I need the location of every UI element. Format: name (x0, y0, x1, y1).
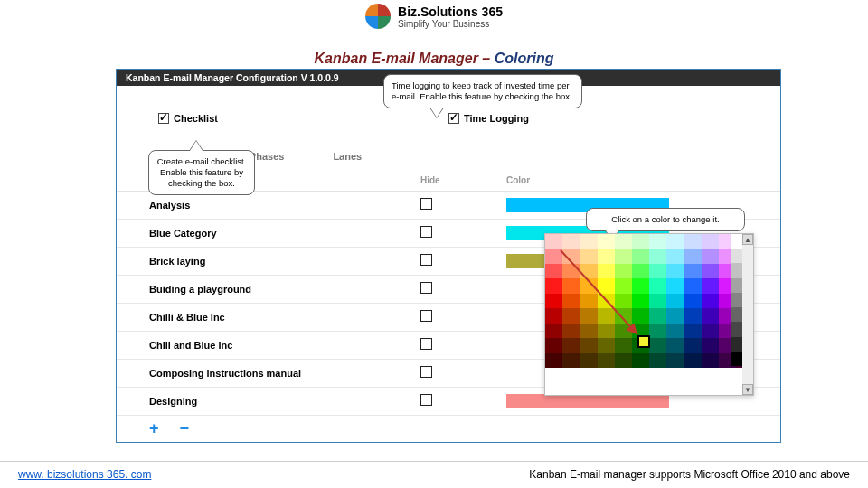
palette-cell[interactable] (649, 353, 666, 368)
palette-cell[interactable] (684, 294, 701, 308)
palette-cell[interactable] (562, 353, 580, 368)
palette-cell[interactable] (632, 234, 649, 249)
grey-cell[interactable] (731, 293, 742, 307)
palette-cell[interactable] (632, 308, 649, 323)
checkbox-icon[interactable] (158, 113, 169, 124)
palette-cell[interactable] (562, 294, 580, 308)
palette-cell[interactable] (615, 234, 632, 249)
palette-cell[interactable] (666, 308, 684, 323)
palette-cell[interactable] (702, 353, 719, 368)
palette-cell[interactable] (562, 234, 580, 249)
row-hide[interactable] (420, 337, 506, 353)
palette-cell[interactable] (649, 338, 666, 352)
palette-cell[interactable] (702, 234, 719, 249)
palette-cell[interactable] (666, 353, 684, 368)
palette-cell[interactable] (545, 294, 562, 308)
palette-cell[interactable] (545, 338, 562, 352)
palette-cell[interactable] (615, 278, 632, 293)
palette-cell[interactable] (632, 294, 649, 308)
palette-cell[interactable] (580, 324, 597, 338)
palette-cell[interactable] (598, 338, 615, 352)
palette-cell[interactable] (545, 308, 562, 323)
palette-cell[interactable] (615, 353, 632, 368)
palette-cell[interactable] (684, 338, 701, 352)
palette-cell[interactable] (702, 264, 719, 278)
grey-cell[interactable] (731, 322, 742, 336)
palette-cell[interactable] (702, 249, 719, 263)
palette-cell[interactable] (545, 353, 562, 368)
palette-cell[interactable] (615, 338, 632, 352)
palette-cell[interactable] (632, 278, 649, 293)
palette-cell[interactable] (580, 264, 597, 278)
checklist-toggle[interactable]: Checklist (158, 113, 448, 124)
palette-cell[interactable] (649, 324, 666, 338)
palette-cell[interactable] (580, 308, 597, 323)
palette-cell[interactable] (666, 234, 684, 249)
palette-cell[interactable] (562, 249, 580, 263)
palette-cell[interactable] (615, 324, 632, 338)
palette-cell[interactable] (684, 234, 701, 249)
palette-cell[interactable] (702, 338, 719, 352)
palette-cell[interactable] (702, 324, 719, 338)
palette-cell[interactable] (632, 249, 649, 263)
palette-cell[interactable] (666, 294, 684, 308)
palette-cell[interactable] (684, 353, 701, 368)
palette-cell[interactable] (580, 294, 597, 308)
palette-cell[interactable] (545, 264, 562, 278)
palette-cell[interactable] (649, 308, 666, 323)
row-hide[interactable] (420, 365, 506, 381)
palette-cell[interactable] (580, 353, 597, 368)
row-hide[interactable] (420, 197, 506, 213)
palette-cell[interactable] (562, 278, 580, 293)
palette-cell[interactable] (545, 249, 562, 263)
tab-lanes[interactable]: Lanes (333, 151, 362, 168)
palette-cell[interactable] (684, 308, 701, 323)
grey-cell[interactable] (731, 337, 742, 352)
color-picker[interactable]: ▲ ▼ (544, 233, 754, 396)
palette-cell[interactable] (615, 249, 632, 263)
palette-cell[interactable] (702, 294, 719, 308)
palette-cell[interactable] (615, 264, 632, 278)
palette-cell[interactable] (649, 294, 666, 308)
palette-cell[interactable] (598, 264, 615, 278)
picker-scrollbar[interactable]: ▲ ▼ (742, 234, 753, 395)
palette-cell[interactable] (562, 338, 580, 352)
palette-cell[interactable] (666, 249, 684, 263)
palette-cell[interactable] (632, 353, 649, 368)
palette-cell[interactable] (615, 308, 632, 323)
palette-cell[interactable] (632, 264, 649, 278)
row-hide[interactable] (420, 253, 506, 269)
palette-cell[interactable] (598, 278, 615, 293)
grey-cell[interactable] (731, 278, 742, 293)
palette-cell[interactable] (545, 278, 562, 293)
grey-cell[interactable] (731, 263, 742, 277)
palette-cell[interactable] (598, 294, 615, 308)
palette-cell[interactable] (545, 324, 562, 338)
palette-cell[interactable] (684, 278, 701, 293)
palette-cell[interactable] (580, 249, 597, 263)
palette-cell[interactable] (666, 264, 684, 278)
palette-cell[interactable] (702, 308, 719, 323)
palette-cell[interactable] (545, 234, 562, 249)
palette-cell[interactable] (649, 264, 666, 278)
row-color-swatch[interactable] (506, 394, 669, 408)
palette-cell[interactable] (580, 338, 597, 352)
palette-cell[interactable] (666, 278, 684, 293)
palette-cell[interactable] (598, 249, 615, 263)
grey-cell[interactable] (731, 352, 742, 366)
checkbox-icon[interactable] (448, 113, 459, 124)
add-button[interactable]: + (149, 419, 159, 437)
palette-cell[interactable] (666, 338, 684, 352)
scroll-down-icon[interactable]: ▼ (742, 384, 753, 395)
palette-cell[interactable] (649, 249, 666, 263)
palette-cell[interactable] (598, 234, 615, 249)
palette-cell[interactable] (649, 234, 666, 249)
palette-cell[interactable] (666, 324, 684, 338)
row-hide[interactable] (420, 393, 506, 409)
time-logging-toggle[interactable]: Time Logging (448, 113, 739, 124)
palette-cell[interactable] (580, 278, 597, 293)
palette-cell[interactable] (598, 308, 615, 323)
palette-cell[interactable] (615, 294, 632, 308)
palette-cell[interactable] (684, 249, 701, 263)
palette-cell[interactable] (684, 324, 701, 338)
